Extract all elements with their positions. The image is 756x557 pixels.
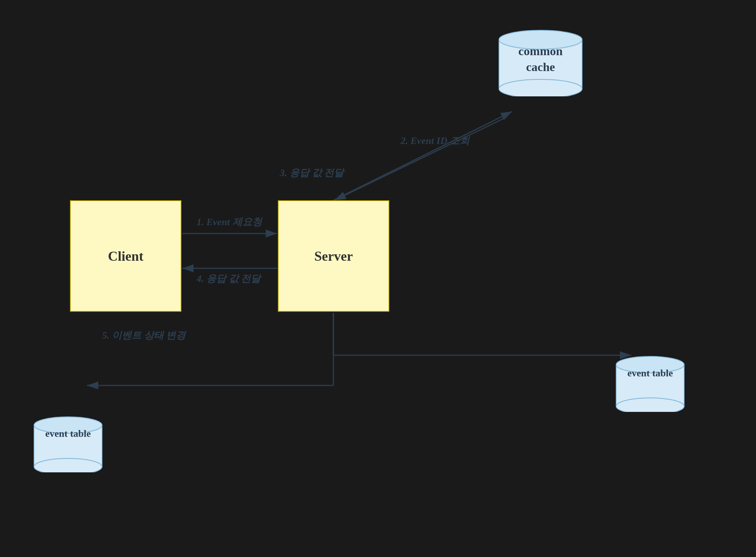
client-box: Client (70, 200, 181, 312)
diagram: Client Server common cache event table (0, 0, 756, 557)
event-table-left-container: event table (30, 408, 106, 472)
step2-label: 2. Event ID 조회 (401, 134, 469, 147)
step3-label: 3. 응답 값 전달 (280, 166, 344, 179)
step5-label: 5. 이벤트 상태 변경 (102, 329, 186, 342)
common-cache-container: common cache (495, 21, 586, 96)
client-label: Client (108, 248, 144, 264)
step1-label: 1. Event 제요청 (197, 215, 262, 229)
server-box: Server (278, 200, 389, 312)
step4-label: 4. 응답 값 전달 (197, 272, 260, 285)
server-label: Server (314, 248, 353, 264)
common-cache-label-line2: cache (495, 59, 586, 75)
svg-point-13 (616, 398, 684, 412)
svg-point-16 (34, 458, 102, 472)
common-cache-label-line1: common (495, 43, 586, 59)
svg-line-2 (333, 111, 512, 200)
svg-line-3 (335, 117, 507, 200)
event-table-right-container: event table (612, 348, 688, 412)
event-table-left-label: event table (30, 427, 106, 441)
svg-point-10 (499, 79, 582, 96)
event-table-right-label: event table (612, 367, 688, 380)
